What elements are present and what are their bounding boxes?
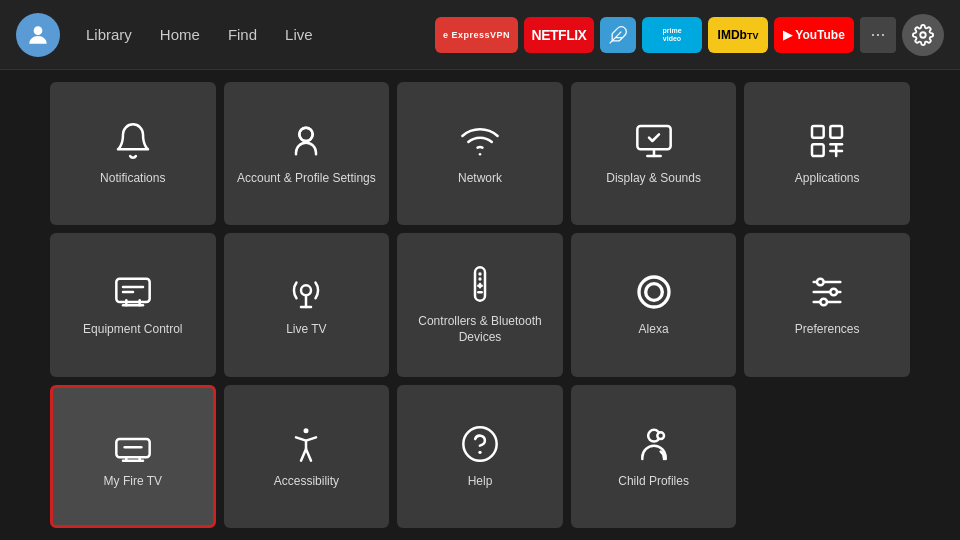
help-icon [460,424,500,464]
accessibility-tile[interactable]: Accessibility [224,385,390,528]
settings-grid: Notifications Account & Profile Settings… [50,82,910,528]
alexa-tile[interactable]: Alexa [571,233,737,376]
app-icons: e ExpressVPN NETFLIX prime video IMDbTV … [435,14,944,56]
display-sound-icon [634,121,674,161]
bell-icon [113,121,153,161]
main-content: Notifications Account & Profile Settings… [0,70,960,540]
app-prime[interactable]: prime video [642,17,702,53]
display-sounds-tile[interactable]: Display & Sounds [571,82,737,225]
notifications-tile[interactable]: Notifications [50,82,216,225]
antenna-icon [286,272,326,312]
svg-point-45 [463,427,496,460]
help-tile[interactable]: Help [397,385,563,528]
svg-rect-10 [812,126,824,138]
accessibility-icon [286,424,326,464]
wifi-icon [460,121,500,161]
child-icon [634,424,674,464]
monitor-icon [113,272,153,312]
more-button[interactable]: ··· [860,17,896,53]
account-profile-label: Account & Profile Settings [237,171,376,187]
equipment-control-label: Equipment Control [83,322,182,338]
svg-point-36 [817,279,824,286]
nav-library[interactable]: Library [74,20,144,49]
svg-point-37 [831,289,838,296]
avatar[interactable] [16,13,60,57]
svg-rect-16 [116,279,149,302]
svg-point-31 [639,277,669,307]
remote-icon [460,264,500,304]
network-label: Network [458,171,502,187]
person-icon [286,121,326,161]
network-tile[interactable]: Network [397,82,563,225]
preferences-label: Preferences [795,322,860,338]
app-netflix[interactable]: NETFLIX [524,17,594,53]
apps-icon [807,121,847,161]
my-fire-tv-tile[interactable]: My Fire TV [50,385,216,528]
preferences-tile[interactable]: Preferences [744,233,910,376]
app-youtube[interactable]: ▶ YouTube [774,17,854,53]
equipment-control-tile[interactable]: Equipment Control [50,233,216,376]
svg-point-22 [301,286,311,296]
nav-home[interactable]: Home [148,20,212,49]
my-fire-tv-label: My Fire TV [104,474,162,490]
help-label: Help [468,474,493,490]
controllers-bluetooth-tile[interactable]: Controllers & Bluetooth Devices [397,233,563,376]
svg-point-44 [304,428,309,433]
settings-button[interactable] [902,14,944,56]
svg-point-38 [821,299,828,306]
topbar: Library Home Find Live e ExpressVPN NETF… [0,0,960,70]
alexa-icon [634,272,674,312]
live-tv-tile[interactable]: Live TV [224,233,390,376]
applications-tile[interactable]: Applications [744,82,910,225]
sliders-icon [807,272,847,312]
child-profiles-tile[interactable]: Child Profiles [571,385,737,528]
display-sounds-label: Display & Sounds [606,171,701,187]
account-profile-tile[interactable]: Account & Profile Settings [224,82,390,225]
accessibility-label: Accessibility [274,474,339,490]
empty-cell [744,385,910,528]
alexa-label: Alexa [639,322,669,338]
live-tv-label: Live TV [286,322,326,338]
svg-point-0 [34,26,43,35]
notifications-label: Notifications [100,171,165,187]
nav-links: Library Home Find Live [74,20,325,49]
svg-point-48 [657,432,664,439]
child-profiles-label: Child Profiles [618,474,689,490]
svg-rect-12 [812,144,824,156]
svg-point-3 [920,32,926,38]
applications-label: Applications [795,171,860,187]
app-expressvpn[interactable]: e ExpressVPN [435,17,518,53]
svg-point-5 [300,128,313,141]
svg-rect-11 [831,126,843,138]
app-feather[interactable] [600,17,636,53]
app-imdb[interactable]: IMDbTV [708,17,768,53]
nav-find[interactable]: Find [216,20,269,49]
nav-live[interactable]: Live [273,20,325,49]
svg-point-32 [645,284,662,301]
firetv-icon [113,424,153,464]
controllers-bluetooth-label: Controllers & Bluetooth Devices [407,314,553,345]
